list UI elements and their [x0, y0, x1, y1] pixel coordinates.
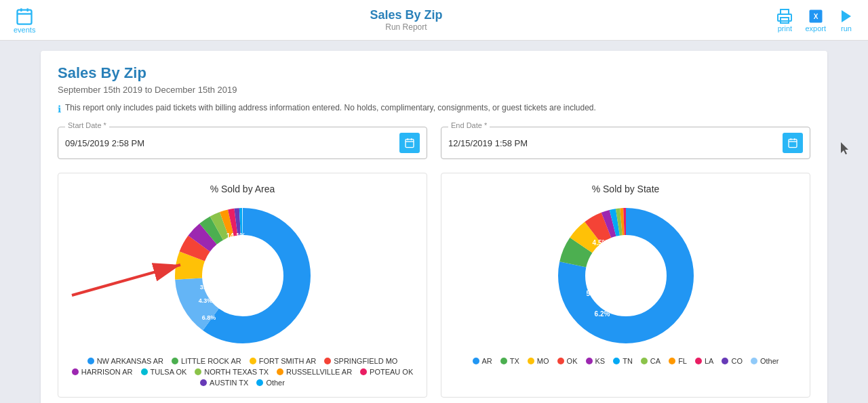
legend-label: AUSTIN TX — [210, 379, 248, 387]
legend-color-dot — [695, 358, 702, 364]
export-button[interactable]: X export — [805, 8, 826, 33]
svg-text:60.3%: 60.3% — [244, 274, 265, 282]
legend-color-dot — [473, 358, 479, 364]
print-label: print — [778, 24, 792, 33]
chart-state-legend: ARTXMOOKKSTNCAFLLACOOther — [452, 357, 800, 365]
legend-label: FL — [678, 357, 687, 365]
start-date-label: Start Date * — [65, 121, 109, 129]
annotation-arrow — [65, 255, 201, 311]
svg-text:14.1%: 14.1% — [226, 232, 245, 240]
start-date-picker-button[interactable] — [399, 133, 420, 153]
legend-item: AR — [473, 357, 492, 365]
header: events Sales By Zip Run Report print X e… — [0, 0, 868, 41]
legend-label: RUSSELLVILLE AR — [286, 368, 352, 376]
end-date-picker-button[interactable] — [783, 133, 803, 153]
svg-text:X: X — [813, 13, 818, 20]
legend-item: Other — [751, 357, 779, 365]
print-button[interactable]: print — [776, 8, 793, 33]
legend-label: AR — [482, 357, 492, 365]
end-date-field: End Date * 12/15/2019 1:58 PM — [441, 127, 810, 159]
legend-color-dot — [200, 379, 207, 386]
legend-label: Other — [266, 379, 285, 387]
chart-area-legend: NW ARKANSAS ARLITTLE ROCK ARFORT SMITH A… — [68, 357, 416, 387]
charts-row: % Sold by Area — [58, 173, 810, 398]
legend-label: CO — [731, 357, 743, 365]
legend-label: TULSA OK — [151, 368, 187, 376]
legend-color-dot — [87, 358, 94, 364]
info-icon: ℹ — [58, 104, 61, 114]
legend-item: KS — [586, 357, 606, 365]
info-text: This report only includes paid tickets w… — [65, 103, 596, 112]
legend-item: MO — [528, 357, 549, 365]
legend-item: LA — [695, 357, 713, 365]
report-info: ℹ This report only includes paid tickets… — [58, 103, 810, 114]
end-date-label: End Date * — [448, 121, 490, 129]
events-nav[interactable]: events — [14, 7, 35, 34]
legend-item: POTEAU OK — [360, 368, 413, 376]
report-title: Sales By Zip — [58, 64, 810, 82]
legend-color-dot — [613, 358, 620, 364]
legend-color-dot — [256, 379, 263, 386]
header-title: Sales By Zip — [35, 8, 776, 22]
legend-color-dot — [751, 358, 757, 364]
header-center: Sales By Zip Run Report — [35, 8, 776, 32]
legend-item: TX — [500, 357, 519, 365]
legend-label: TN — [623, 357, 633, 365]
legend-color-dot — [528, 358, 534, 364]
svg-text:78.7%: 78.7% — [629, 279, 650, 287]
chart-area-title: % Sold by Area — [68, 184, 416, 194]
svg-point-45 — [587, 236, 665, 315]
legend-label: NORTH TEXAS TX — [204, 368, 269, 376]
chart-area: % Sold by Area — [58, 173, 427, 398]
header-subtitle: Run Report — [35, 22, 776, 32]
end-date-value: 12/15/2019 1:58 PM — [448, 138, 783, 148]
legend-label: TX — [510, 357, 519, 365]
legend-item: TULSA OK — [141, 368, 187, 376]
export-icon: X — [808, 8, 824, 24]
chart-state-donut: 78.7% 6.2% 5.1% 4.5% — [452, 201, 800, 350]
legend-color-dot — [195, 368, 201, 375]
start-date-value: 09/15/2019 2:58 PM — [65, 138, 399, 148]
svg-text:6.2%: 6.2% — [594, 310, 610, 318]
calendar-icon — [404, 137, 415, 148]
legend-item: HARRISON AR — [72, 368, 133, 376]
legend-item: Other — [256, 379, 285, 387]
legend-item: FL — [669, 357, 687, 365]
svg-text:3.9%: 3.9% — [199, 284, 214, 291]
svg-rect-12 — [789, 140, 797, 148]
legend-label: SPRINGFIELD MO — [334, 357, 397, 365]
legend-label: FORT SMITH AR — [259, 357, 317, 365]
legend-item: AUSTIN TX — [200, 379, 248, 387]
legend-color-dot — [722, 358, 728, 364]
print-icon — [776, 8, 793, 24]
legend-item: RUSSELLVILLE AR — [277, 368, 352, 376]
legend-item: CA — [641, 357, 660, 365]
legend-color-dot — [141, 368, 148, 375]
run-label: run — [841, 24, 852, 33]
legend-item: SPRINGFIELD MO — [324, 357, 397, 365]
header-actions: print X export run — [776, 8, 854, 33]
report-card: Sales By Zip September 15th 2019 to Dece… — [41, 51, 827, 403]
events-icon — [15, 7, 34, 26]
svg-line-17 — [72, 265, 180, 295]
legend-item: NORTH TEXAS TX — [195, 368, 269, 376]
svg-rect-8 — [406, 140, 414, 148]
legend-color-dot — [641, 358, 648, 364]
legend-item: OK — [557, 357, 578, 365]
legend-label: CA — [650, 357, 660, 365]
legend-color-dot — [277, 368, 283, 375]
calendar-icon-2 — [787, 137, 798, 148]
svg-text:5.1%: 5.1% — [586, 290, 601, 297]
chart-state: % Sold by State — [441, 173, 810, 398]
events-label: events — [14, 26, 35, 34]
legend-label: LITTLE ROCK AR — [181, 357, 241, 365]
legend-color-dot — [586, 358, 593, 364]
legend-label: OK — [567, 357, 578, 365]
svg-rect-0 — [18, 9, 32, 24]
export-label: export — [805, 24, 826, 33]
legend-item: CO — [722, 357, 743, 365]
legend-item: NW ARKANSAS AR — [87, 357, 163, 365]
run-button[interactable]: run — [838, 8, 854, 33]
legend-color-dot — [557, 358, 564, 364]
legend-label: NW ARKANSAS AR — [97, 357, 163, 365]
